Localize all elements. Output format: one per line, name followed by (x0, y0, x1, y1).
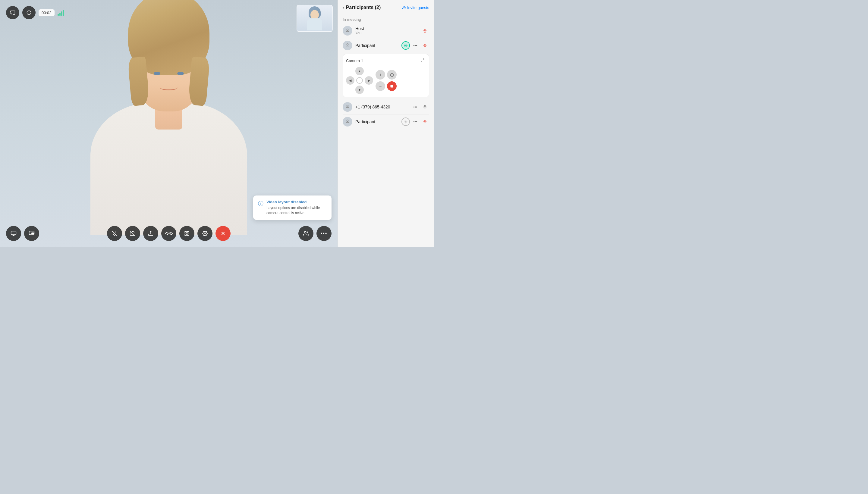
svg-point-25 (347, 29, 348, 31)
participant1-actions: ••• (402, 41, 429, 50)
svg-line-31 (423, 58, 424, 60)
participant2-avatar (343, 117, 352, 127)
host-role: You (355, 31, 418, 35)
dpad-up-button[interactable]: ▲ (355, 67, 364, 75)
participants-sidebar: › Participants (2) Invite guests In meet… (337, 0, 434, 247)
info-btn[interactable] (22, 6, 36, 19)
participant-1: Participant ••• (338, 38, 434, 53)
pip-button[interactable] (24, 226, 39, 241)
host-name: Host (355, 26, 418, 31)
svg-point-18 (204, 233, 206, 234)
phone-more-button[interactable]: ••• (411, 103, 420, 111)
svg-point-37 (405, 121, 406, 122)
phone-mute-button[interactable] (421, 103, 429, 111)
in-meeting-section-label: In meeting (338, 14, 434, 23)
participant-host: Host You (338, 23, 434, 38)
participant2-mute-button[interactable] (421, 117, 429, 126)
toast-notification: ⓘ Video layout disabled Layout options a… (253, 195, 332, 220)
camera-button[interactable] (125, 226, 140, 241)
sidebar-title-row: › Participants (2) (343, 5, 381, 10)
call-timer: 00:02 (39, 10, 55, 16)
host-mute-button[interactable] (421, 26, 429, 35)
screen-cast-button[interactable] (6, 226, 21, 241)
toast-info-icon: ⓘ (258, 200, 263, 207)
camera-stop-button[interactable] (387, 81, 396, 91)
zoom-out-controls: − (375, 81, 396, 91)
settings-button[interactable] (198, 226, 213, 241)
top-controls: 00:02 (6, 6, 64, 19)
svg-point-34 (347, 105, 348, 107)
participant1-name: Participant (355, 43, 399, 48)
participant1-mute-button[interactable] (421, 41, 429, 50)
svg-rect-4 (11, 231, 16, 235)
camera-right-controls: + − (375, 70, 396, 91)
phone-number: +1 (379) 865-4320 (355, 104, 408, 109)
svg-rect-33 (391, 85, 393, 88)
toolbar-center (107, 226, 230, 241)
share-button[interactable] (143, 226, 158, 241)
camera-controls-row: ▲ ▼ ◀ ▶ + − (346, 67, 426, 94)
participant1-ptz-button[interactable] (402, 41, 410, 50)
svg-point-29 (405, 45, 406, 46)
svg-rect-14 (185, 231, 186, 233)
more-options-button[interactable]: ••• (316, 226, 332, 241)
svg-rect-17 (185, 234, 186, 235)
self-preview-thumbnail (297, 5, 333, 32)
phone-avatar (343, 102, 352, 112)
participant2-info: Participant (355, 119, 399, 124)
camera-dpad: ▲ ▼ ◀ ▶ (346, 67, 373, 94)
phone-info: +1 (379) 865-4320 (355, 104, 408, 109)
zoom-controls: + (375, 70, 396, 79)
participant2-ptz-button[interactable] (402, 117, 410, 126)
end-call-button[interactable] (158, 223, 180, 244)
svg-point-28 (347, 44, 348, 45)
toast-content: Video layout disabled Layout options are… (266, 200, 327, 216)
cast-icon-btn[interactable] (6, 6, 19, 19)
dpad-down-button[interactable]: ▼ (355, 86, 364, 94)
participants-sidebar-button[interactable] (298, 226, 313, 241)
svg-rect-16 (187, 234, 189, 235)
host-info: Host You (355, 26, 418, 35)
thumbnail-person (306, 6, 324, 31)
invite-guests-label: Invite guests (407, 5, 429, 10)
svg-rect-15 (187, 231, 189, 233)
host-actions (421, 26, 429, 35)
layout-button[interactable] (179, 226, 195, 241)
svg-line-32 (421, 60, 422, 62)
invite-guests-button[interactable]: Invite guests (402, 5, 429, 10)
camera-reset-button[interactable] (387, 70, 396, 79)
camera-control-panel: Camera 1 ▲ ▼ ◀ ▶ + (343, 54, 429, 97)
dpad-center (356, 77, 363, 84)
dpad-left-button[interactable]: ◀ (346, 76, 354, 84)
toolbar-right: ••• (298, 226, 332, 241)
toolbar-left (6, 226, 39, 241)
participant2-name: Participant (355, 119, 399, 124)
mute-button[interactable] (107, 226, 122, 241)
signal-strength-icon (58, 10, 64, 16)
svg-point-22 (403, 6, 405, 7)
participant1-more-button[interactable]: ••• (411, 41, 420, 50)
camera-panel-header: Camera 1 (346, 57, 426, 64)
camera-label: Camera 1 (346, 58, 363, 63)
participant2-more-button[interactable]: ••• (411, 117, 420, 126)
svg-line-12 (130, 231, 135, 236)
bottom-toolbar: ••• (0, 226, 337, 241)
toast-title: Video layout disabled (266, 200, 327, 204)
dpad-right-button[interactable]: ▶ (365, 76, 373, 84)
host-avatar (343, 26, 352, 36)
participant2-actions: ••• (402, 117, 429, 126)
hangup-button[interactable] (216, 226, 230, 241)
svg-point-36 (347, 120, 348, 121)
participant-phone: +1 (379) 865-4320 ••• (338, 100, 434, 114)
svg-rect-8 (32, 233, 34, 234)
participant1-avatar (343, 41, 352, 50)
camera-zoom-in-button[interactable]: + (375, 70, 385, 79)
svg-point-21 (304, 231, 306, 233)
phone-actions: ••• (411, 103, 429, 111)
participant1-info: Participant (355, 43, 399, 48)
toast-body: Layout options are disabled while camera… (266, 205, 327, 216)
participants-title: Participants (2) (346, 5, 381, 10)
sidebar-chevron-icon: › (343, 5, 344, 10)
camera-expand-button[interactable] (419, 57, 426, 64)
camera-zoom-out-button[interactable]: − (375, 81, 385, 91)
